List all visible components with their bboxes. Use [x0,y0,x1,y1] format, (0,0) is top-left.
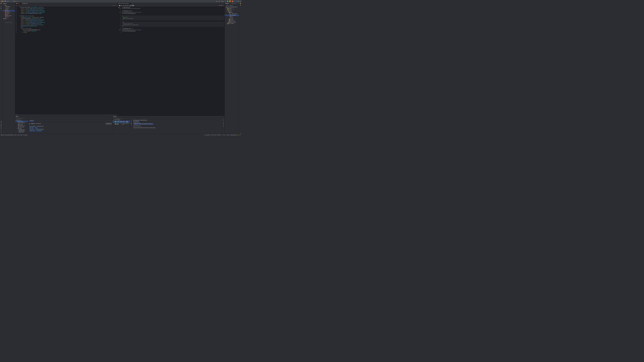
add-datasource-icon[interactable]: ＋ [231,3,232,4]
stop-icon[interactable]: ✕ [235,3,236,4]
database-tree[interactable]: ▸ 🐘 textter-postgres@localhost▸ 📁 postgr… [225,6,239,24]
chevron-down-icon[interactable]: ▾ [6,3,7,4]
docker-node-dapr_zipkin[interactable]: ▣ dapr_zipkin healt [15,125,28,126]
copy-icon[interactable]: ⧉ [223,124,224,125]
docker-node-Docker[interactable]: ▾ 🐳 Docker [15,119,28,121]
terminal-tool-icon[interactable]: ▣ [1,124,2,125]
run-tool-icon[interactable]: ▶ [1,6,2,7]
expand-icon[interactable]: → [238,5,238,6]
docker-node-daprio/dapr:1.10.[interactable]: ○ daprio/dapr:1.10. [15,129,28,130]
docker-node-Containers[interactable]: ▾ 🐳 Containers [15,121,28,122]
code-area[interactable]: "ht">### Health check"kw">GET "link">htt… [122,6,224,116]
project-item-src[interactable]: ▸ 📁 src [2,4,15,6]
external-icon[interactable]: ↗ [22,118,23,119]
docker-node-some-postgres[interactable]: ▣ some-postgres [15,126,28,128]
db-item-sequences[interactable]: ▸ 📁 sequences 6 [225,20,239,21]
line-ending[interactable]: LF [221,135,222,135]
debug-icon[interactable]: 🐞 [131,121,132,122]
run-icon[interactable]: ▶ [131,120,132,121]
settings-icon[interactable]: ⚙ [240,1,241,2]
view-icon[interactable]: ⊞ [232,5,232,6]
cargo-check[interactable]: Cargo Check [206,135,210,135]
db-item-Database Objects[interactable]: ▸ 📁 Database Objects [225,21,239,23]
sync-icon[interactable]: ⇅ [234,3,234,4]
eye-icon[interactable]: 👁 [117,118,118,119]
close-icon[interactable]: × [129,3,130,4]
container-row[interactable]: ↗ dapr_redis ← redis:6 [29,127,112,128]
close-icon[interactable]: ✕ [17,118,18,119]
show-request-link[interactable]: Show Request [133,121,139,121]
close-icon[interactable]: × [20,3,21,4]
db-item-textter-rs[interactable]: ▾ 📁 textter-rs 1 of 3 [225,9,239,10]
chevron-down-icon[interactable]: ▾ [18,1,18,2]
run-all-icon[interactable]: ▶▶ [123,5,124,6]
readonly-icon[interactable]: 🔒 [238,135,239,135]
vcs-tool-icon[interactable]: ⎌ [1,133,2,134]
code-with-me-icon[interactable]: 👤⁺ [236,1,237,2]
problems-tool-icon[interactable]: ⊡ [1,128,2,129]
filter-icon[interactable]: ⚗ [118,118,119,119]
docker-tree[interactable]: ▾ 🐳 Docker▾ 🐳 Containers ▣ dapr_placemen… [15,119,28,134]
editor-more-icon[interactable]: ⋮ [115,2,117,4]
history-icon[interactable]: 🕘 [119,5,120,6]
build-icon[interactable]: 🔨 [225,1,226,2]
close-icon[interactable]: ✕ [114,118,115,119]
dashboard-tab[interactable]: Dashboard [29,120,34,122]
problems-icon[interactable]: ⊘ [240,135,241,135]
external-icon[interactable]: ↗ [120,118,120,119]
branch-popup-icon[interactable]: ↗ [16,1,17,2]
db-item-textter-postgres@localhost[interactable]: ▸ 🐘 textter-postgres@localhost [225,6,239,8]
indent[interactable]: 4 spaces [226,135,229,135]
table-icon[interactable]: ▦ [230,5,231,6]
project-tree[interactable]: ▸ 📁 src▸ 📁 handlers▸ 📁 types▸ 📁 utilsR m… [2,4,15,17]
service-row-initial_sample_data[interactable]: GET initial_sample_data | Health check [112,121,130,123]
project-item-handlers[interactable]: ▸ 📁 handlers [2,6,15,7]
stop-button[interactable]: ◼ [232,0,233,2]
http-request-node[interactable]: ▾ ≡ HTTP Request [112,119,130,121]
refresh-icon[interactable]: ⟳ [228,5,228,6]
container-row[interactable]: ↗ some-postgres ← postgres:latest [29,130,112,131]
notifications-icon[interactable]: 🔔 [240,3,241,4]
project-name[interactable]: textter [6,1,9,2]
add-request-icon[interactable]: ＋ [118,5,118,6]
encoding[interactable]: UTF-8 [223,135,226,135]
refresh-icon[interactable]: ⟳ [232,3,233,4]
external-icon[interactable]: ↗ [29,126,30,126]
diff-icon[interactable]: ⇅ [223,123,224,124]
db-item-public[interactable]: ▾ 📁 public [225,10,239,12]
more-icon[interactable]: ⋮ [236,3,237,4]
commit-tool-icon[interactable]: ⊶ [1,5,2,6]
tab-cargo-toml[interactable]: ⚙ Cargo.toml [22,2,28,4]
chevron-down-icon[interactable]: ▾ [218,1,218,2]
search-icon[interactable]: 🔍 [238,1,239,2]
db-item-__diesel_schem[interactable]: ▸ ▦ __diesel_schem [225,13,239,14]
progress-icon[interactable]: ◐ [216,1,217,2]
add-icon[interactable]: ＋ [225,5,226,6]
minimize-window[interactable] [2,1,3,2]
stop-icon[interactable]: ◼ [131,123,132,124]
database-tool-icon[interactable]: 🗄 [240,5,241,5]
docker-node-dapr_redis[interactable]: ▣ dapr_redis [15,123,28,125]
todo-tool-icon[interactable]: T [1,130,2,131]
convert-icon[interactable]: ↯ [122,5,122,6]
arch[interactable]: aarch64-apple-darwin [230,135,238,135]
docker-node-Images[interactable]: ▾ 🐳 Images [15,128,28,129]
more-icon[interactable]: ⋮ [131,124,132,125]
expand-icon[interactable]: ⤢ [113,118,114,119]
breadcrumb[interactable]: main() [15,114,117,116]
db-item-tables[interactable]: ▾ 📁 tables 4 [225,12,239,13]
clean-up-button[interactable]: 🗑 Clean Up [106,123,112,124]
db-item-routines[interactable]: ▸ 📁 routines 2 [225,19,239,20]
headers-line[interactable]: (Headers) …content-type: text/plain; cha… [134,123,153,124]
scroll-icon[interactable]: 👁 [223,120,224,120]
eye-icon[interactable]: 👁 [19,118,20,119]
add-icon[interactable]: ＋ [122,118,123,119]
close-window[interactable] [1,1,2,2]
minimize-icon[interactable]: — [238,3,238,4]
project-item-state.rs[interactable]: R state.rs [2,14,15,15]
more-icon[interactable]: ⋮ [234,1,235,2]
project-item-utils[interactable]: ▸ 📁 utils [2,9,15,10]
vcs-branch-icon[interactable]: ⎇ [12,1,12,2]
add-icon[interactable]: ＋ [24,118,25,119]
db-item-Server Objects[interactable]: ▸ 📁 Server Objects [225,23,239,24]
